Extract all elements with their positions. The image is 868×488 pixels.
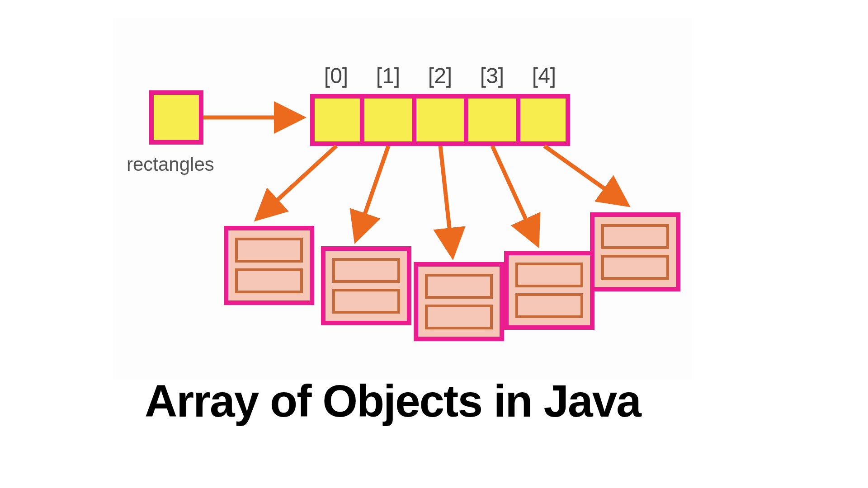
object-box-2 bbox=[414, 262, 504, 341]
object-field bbox=[515, 263, 583, 287]
index-label-4: [4] bbox=[518, 63, 570, 88]
array-cell-4 bbox=[518, 94, 570, 146]
index-label-2: [2] bbox=[414, 63, 466, 88]
page-title: Array of Objects in Java bbox=[145, 375, 641, 427]
object-field bbox=[332, 289, 400, 314]
index-label-0: [0] bbox=[310, 63, 362, 88]
object-field bbox=[235, 238, 303, 263]
object-field bbox=[332, 258, 400, 283]
object-field bbox=[425, 274, 493, 299]
object-box-4 bbox=[590, 212, 680, 291]
object-field bbox=[235, 268, 303, 293]
object-field bbox=[425, 305, 493, 329]
object-box-3 bbox=[504, 251, 594, 330]
object-box-1 bbox=[321, 246, 411, 325]
object-box-0 bbox=[224, 226, 314, 305]
object-field bbox=[601, 255, 669, 280]
array-cell-0 bbox=[310, 94, 362, 146]
index-label-1: [1] bbox=[362, 63, 414, 88]
object-field bbox=[601, 224, 669, 249]
array-cell-3 bbox=[466, 94, 518, 146]
array-cell-1 bbox=[362, 94, 414, 146]
reference-variable-label: rectangles bbox=[127, 154, 214, 175]
index-label-3: [3] bbox=[466, 63, 518, 88]
object-field bbox=[515, 293, 583, 318]
reference-variable-box bbox=[149, 90, 203, 145]
array-cell-2 bbox=[414, 94, 466, 146]
